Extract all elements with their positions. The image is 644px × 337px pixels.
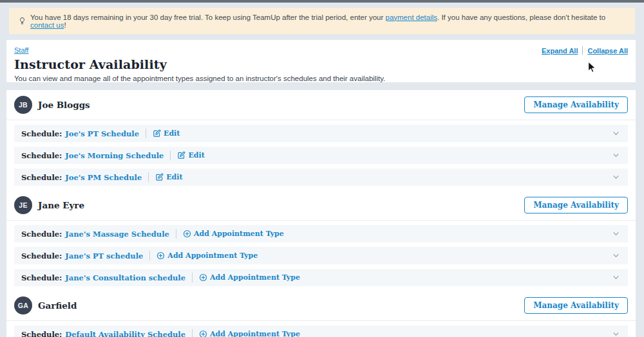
schedule-link[interactable]: Jane's Consultation schedule [65,273,185,282]
chevron-down-icon[interactable] [611,273,621,282]
chevron-down-icon[interactable] [611,229,621,239]
avatar: JE [14,196,32,214]
schedule-row: Schedule: Jane's Consultation schedule A… [14,269,628,286]
schedule-label: Schedule: [21,251,62,260]
manage-availability-button[interactable]: Manage Availability [524,197,628,214]
edit-icon [177,151,185,159]
schedule-link[interactable]: Joe's Morning Schedule [65,151,164,160]
row-separator [146,129,146,138]
schedule-rows: Schedule: Jane's Massage Schedule Add Ap… [6,221,636,286]
chevron-down-icon[interactable] [611,129,621,138]
avatar: JB [14,96,32,114]
schedule-link[interactable]: Jane's PT schedule [65,251,143,260]
schedule-action-label: Edit [166,173,182,181]
instructor-name: Joe Bloggs [38,100,90,110]
schedule-row: Schedule: Joe's PT Schedule Edit [14,125,628,142]
schedule-row: Schedule: Jane's Massage Schedule Add Ap… [14,225,628,242]
row-separator [176,229,176,239]
schedule-link[interactable]: Jane's Massage Schedule [65,230,169,239]
row-separator [148,172,149,182]
schedule-label: Schedule: [21,129,62,138]
schedule-action-label: Edit [188,151,204,159]
expand-collapse-separator [582,46,583,55]
chevron-down-icon[interactable] [611,251,621,260]
schedule-action-label: Edit [164,129,180,138]
schedule-label: Schedule: [21,151,62,160]
row-separator [192,329,193,337]
schedule-action-label: Add Appointment Type [210,273,300,282]
collapse-all-link[interactable]: Collapse All [587,47,628,55]
payment-details-link[interactable]: payment details [385,14,437,21]
expand-all-link[interactable]: Expand All [542,47,578,55]
schedule-row: Schedule: Default Availability Schedule … [14,325,628,337]
instructor-header: JE Jane Eyre Manage Availability [6,190,636,220]
instructor-list: JB Joe Bloggs Manage Availability Schedu… [6,90,636,337]
schedule-row: Schedule: Joe's Morning Schedule Edit [14,147,628,164]
instructor-availability-card: JB Joe Bloggs Manage Availability Schedu… [6,90,636,337]
instructor-name: Garfield [38,300,77,311]
schedule-action[interactable]: Edit [177,151,204,159]
add-circle-icon [199,330,207,337]
edit-icon [153,129,161,138]
page-header-card: Staff Expand All Collapse All Instructor… [6,40,636,82]
instructor-header: GA Garfield Manage Availability [6,291,636,320]
trial-banner-text: You have 18 days remaining in your 30 da… [30,14,626,29]
page-description: You can view and manage all of the appoi… [14,75,628,82]
schedule-label: Schedule: [21,330,62,337]
add-circle-icon [199,273,207,282]
trial-banner: You have 18 days remaining in your 30 da… [9,8,635,34]
schedule-action[interactable]: Edit [155,173,182,181]
schedule-action[interactable]: Add Appointment Type [156,251,258,260]
schedule-label: Schedule: [21,230,62,239]
schedule-action[interactable]: Add Appointment Type [199,273,300,282]
add-circle-icon [156,251,165,260]
row-separator [149,251,150,260]
top-strip [0,0,644,3]
schedule-action[interactable]: Add Appointment Type [183,230,284,238]
schedule-row: Schedule: Joe's PM Schedule Edit [14,168,628,186]
instructor-section: GA Garfield Manage Availability Schedule… [6,291,636,337]
instructor-name: Jane Eyre [38,200,84,210]
schedule-row: Schedule: Jane's PT schedule Add Appoint… [14,247,628,264]
manage-availability-button[interactable]: Manage Availability [524,297,628,314]
schedule-action[interactable]: Add Appointment Type [199,330,300,337]
edit-icon [155,173,164,181]
chevron-down-icon[interactable] [611,172,621,182]
schedule-action-label: Add Appointment Type [167,251,258,260]
lightbulb-icon [18,17,26,25]
avatar: GA [14,296,32,314]
schedule-link[interactable]: Joe's PT Schedule [65,129,139,138]
instructor-section: JB Joe Bloggs Manage Availability Schedu… [6,90,636,186]
schedule-label: Schedule: [21,173,62,182]
schedule-action-label: Add Appointment Type [194,230,284,238]
add-circle-icon [183,230,191,238]
page-title: Instructor Availability [14,57,628,71]
row-separator [170,150,171,160]
chevron-down-icon[interactable] [611,150,621,160]
schedule-action-label: Add Appointment Type [210,330,300,337]
schedule-link[interactable]: Default Availability Schedule [65,330,185,337]
schedule-rows: Schedule: Joe's PT Schedule Edit S [6,120,636,186]
instructor-header: JB Joe Bloggs Manage Availability [6,90,636,120]
schedule-rows: Schedule: Default Availability Schedule … [6,321,636,337]
contact-us-link[interactable]: contact us [30,21,64,29]
manage-availability-button[interactable]: Manage Availability [524,96,628,113]
schedule-label: Schedule: [21,273,62,282]
schedule-action[interactable]: Edit [153,129,180,138]
instructor-section: JE Jane Eyre Manage Availability Schedul… [6,190,636,286]
schedule-link[interactable]: Joe's PM Schedule [65,173,142,182]
breadcrumb-staff-link[interactable]: Staff [14,46,28,54]
row-separator [192,273,193,282]
chevron-down-icon[interactable] [611,329,621,337]
